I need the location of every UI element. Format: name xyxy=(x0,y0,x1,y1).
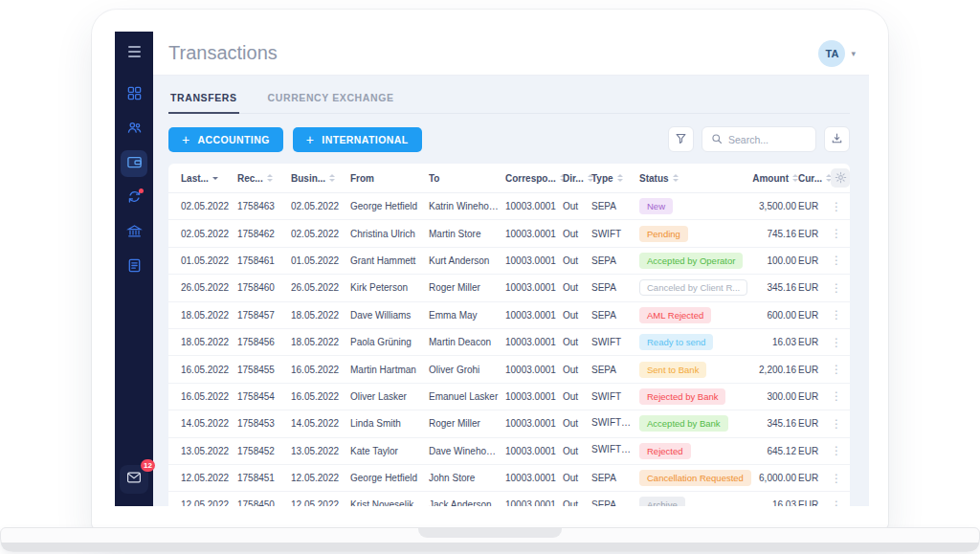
column-label: Correspo... xyxy=(505,173,556,184)
sidebar-item-bank[interactable] xyxy=(121,219,147,246)
column-settings-cell xyxy=(831,168,850,188)
sort-icon[interactable] xyxy=(673,174,679,182)
table-row[interactable]: 12.05.2022175845012.05.2022Krist Novesel… xyxy=(168,492,850,506)
sort-icon[interactable] xyxy=(617,174,623,182)
tab-currency-exchange[interactable]: CURRENCY EXCHANGE xyxy=(266,87,396,113)
sort-icon[interactable] xyxy=(267,174,273,182)
column-header-status[interactable]: Status xyxy=(639,173,743,184)
column-header-date[interactable]: Last... xyxy=(168,173,237,184)
cell-correspondent: 10003.0001 xyxy=(505,282,563,293)
cell-business_date: 14.05.2022 xyxy=(291,418,350,429)
cell-status: Sent to Bank xyxy=(639,362,743,378)
column-label: Busin... xyxy=(291,173,325,184)
table-row[interactable]: 18.05.2022175845618.05.2022Paola Grüning… xyxy=(168,329,850,356)
menu-toggle-button[interactable] xyxy=(128,46,141,57)
cell-date: 26.05.2022 xyxy=(168,282,237,293)
cell-type: SEPA xyxy=(591,473,639,483)
type-label: SEPA xyxy=(591,282,616,293)
column-header-amount[interactable]: Amount xyxy=(743,173,798,184)
cell-from: Linda Smith xyxy=(350,418,429,429)
chevron-down-icon: ▾ xyxy=(851,49,856,58)
row-menu-button[interactable]: ⋮ xyxy=(831,282,850,294)
export-button[interactable] xyxy=(824,126,850,152)
cell-status: Rejected xyxy=(639,443,743,459)
sidebar-item-clients[interactable] xyxy=(121,116,147,143)
cell-currency: EUR xyxy=(798,499,831,506)
status-badge: Rejected by Bank xyxy=(639,388,725,405)
column-header-type[interactable]: Type xyxy=(591,173,639,184)
row-menu-button[interactable]: ⋮ xyxy=(831,499,850,506)
cell-amount: 345.16 xyxy=(743,418,798,429)
page-content: TRANSFERS CURRENCY EXCHANGE + ACCOUNTING… xyxy=(153,76,869,506)
add-international-label: INTERNATIONAL xyxy=(322,134,408,145)
add-accounting-button[interactable]: + ACCOUNTING xyxy=(168,127,283,152)
cell-to: Dave Winehouse xyxy=(429,446,505,456)
table-row[interactable]: 02.05.2022175846302.05.2022George Hetfie… xyxy=(168,193,850,220)
column-settings-button[interactable] xyxy=(831,168,850,188)
row-menu-button[interactable]: ⋮ xyxy=(831,201,850,212)
add-accounting-label: ACCOUNTING xyxy=(198,134,270,145)
row-menu-button[interactable]: ⋮ xyxy=(831,364,850,375)
table-row[interactable]: 02.05.2022175846202.05.2022Christina Ulr… xyxy=(168,220,850,247)
type-label: SWIFT xyxy=(591,229,621,239)
table-row[interactable]: 26.05.2022175846026.05.2022Kirk Peterson… xyxy=(168,275,850,301)
row-menu-button[interactable]: ⋮ xyxy=(831,228,850,239)
filter-button[interactable] xyxy=(668,126,694,152)
cell-from: Dave Williams xyxy=(350,310,429,321)
status-badge: New xyxy=(639,198,673,214)
table-row[interactable]: 16.05.2022175845416.05.2022Oliver Lasker… xyxy=(168,384,850,410)
sidebar-item-accounts[interactable] xyxy=(121,150,147,177)
cell-amount: 600.00 xyxy=(743,310,798,321)
cell-direction: Out xyxy=(563,473,591,483)
row-menu-button[interactable]: ⋮ xyxy=(831,390,850,402)
table-row[interactable]: 12.05.2022175845112.05.2022George Hetfie… xyxy=(168,465,850,492)
table-row[interactable]: 01.05.2022175846101.05.2022Grant Hammett… xyxy=(168,248,850,275)
table-row[interactable]: 16.05.2022175845516.05.2022Martin Hartma… xyxy=(168,356,850,383)
user-menu[interactable]: TA ▾ xyxy=(818,40,856,67)
row-menu-button[interactable]: ⋮ xyxy=(831,473,850,484)
tab-transfers[interactable]: TRANSFERS xyxy=(168,87,239,114)
sidebar-nav xyxy=(121,81,147,280)
column-header-receipt[interactable]: Rec... xyxy=(237,173,291,184)
column-header-business_date[interactable]: Busin... xyxy=(291,173,350,184)
cell-to: Roger Miller xyxy=(429,282,505,293)
table-header: Last...Rec...Busin...FromToCorrespo...Di… xyxy=(168,164,850,193)
row-menu-button[interactable]: ⋮ xyxy=(831,309,850,321)
cell-to: Oliver Grohi xyxy=(429,365,505,375)
sidebar-item-dashboard[interactable] xyxy=(121,81,147,108)
add-international-button[interactable]: + INTERNATIONAL xyxy=(293,127,422,152)
cell-currency: EUR xyxy=(798,337,831,347)
row-menu-button[interactable]: ⋮ xyxy=(831,418,850,430)
cell-currency: EUR xyxy=(798,201,831,211)
cell-to: Kurt Anderson xyxy=(429,255,505,266)
cell-to: Roger Miller xyxy=(429,418,505,429)
cell-date: 02.05.2022 xyxy=(168,201,237,211)
cell-receipt: 1758450 xyxy=(237,499,291,506)
kebab-icon: ⋮ xyxy=(831,499,842,506)
table-row[interactable]: 13.05.2022175845213.05.2022Kate TaylorDa… xyxy=(168,438,850,465)
cell-direction: Out xyxy=(563,282,591,293)
sort-icon[interactable] xyxy=(329,174,335,182)
cell-receipt: 1758457 xyxy=(237,310,291,321)
sidebar-item-currency-exchange[interactable] xyxy=(121,185,147,211)
row-menu-button[interactable]: ⋮ xyxy=(831,255,850,266)
cell-currency: EUR xyxy=(798,473,831,483)
cell-currency: EUR xyxy=(798,365,831,375)
row-menu-button[interactable]: ⋮ xyxy=(831,337,850,348)
sidebar-item-statements[interactable] xyxy=(121,254,147,280)
column-header-currency[interactable]: Cur... xyxy=(798,173,831,184)
kebab-icon: ⋮ xyxy=(831,227,842,240)
column-header-correspondent[interactable]: Correspo... xyxy=(505,173,563,184)
tabs: TRANSFERS CURRENCY EXCHANGE xyxy=(168,87,850,114)
cell-currency: EUR xyxy=(798,229,831,239)
avatar[interactable]: TA xyxy=(818,40,845,67)
column-header-direction[interactable]: Dir... xyxy=(563,173,591,184)
transfers-table: Last...Rec...Busin...FromToCorrespo...Di… xyxy=(168,164,850,506)
type-label: SWIFT xyxy=(591,391,621,402)
cell-date: 16.05.2022 xyxy=(168,365,237,375)
search-input[interactable] xyxy=(728,134,807,145)
table-row[interactable]: 14.05.2022175845314.05.2022Linda SmithRo… xyxy=(168,410,850,437)
sort-icon[interactable] xyxy=(212,177,218,180)
table-row[interactable]: 18.05.2022175845718.05.2022Dave Williams… xyxy=(168,302,850,329)
row-menu-button[interactable]: ⋮ xyxy=(831,445,850,456)
